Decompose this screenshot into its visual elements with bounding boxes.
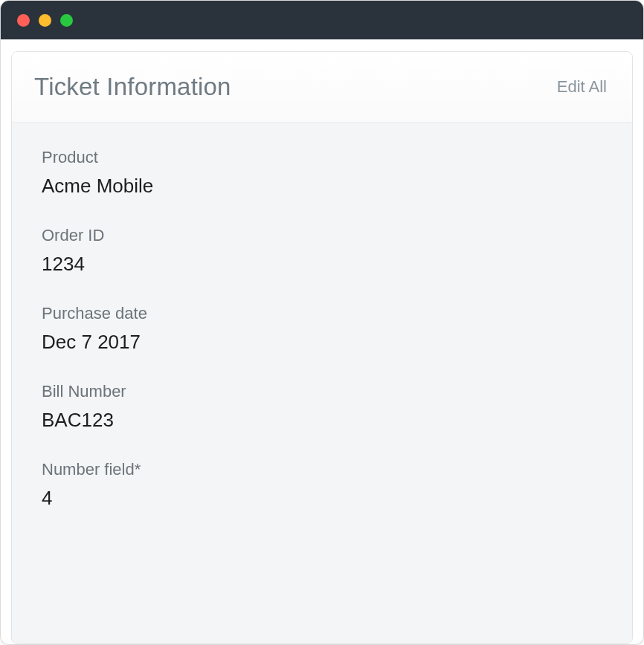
- field-label: Purchase date: [42, 304, 602, 323]
- field-purchase-date: Purchase date Dec 7 2017: [42, 304, 602, 354]
- window-minimize-icon[interactable]: [39, 14, 51, 27]
- field-value: Dec 7 2017: [42, 331, 602, 354]
- field-value: Acme Mobile: [42, 175, 602, 198]
- field-number-field: Number field* 4: [42, 460, 602, 510]
- content-area: Ticket Information Edit All Product Acme…: [1, 39, 643, 644]
- field-label: Bill Number: [42, 382, 602, 401]
- panel-title: Ticket Information: [34, 73, 231, 101]
- field-value: 1234: [42, 253, 602, 276]
- window-titlebar: [1, 1, 643, 39]
- field-label: Number field*: [42, 460, 602, 479]
- panel-header: Ticket Information Edit All: [12, 52, 632, 123]
- edit-all-button[interactable]: Edit All: [557, 77, 607, 97]
- field-order-id: Order ID 1234: [42, 226, 602, 276]
- panel-body: Product Acme Mobile Order ID 1234 Purcha…: [12, 123, 632, 644]
- ticket-info-panel: Ticket Information Edit All Product Acme…: [11, 51, 633, 644]
- field-value: 4: [42, 487, 602, 510]
- field-product: Product Acme Mobile: [42, 148, 602, 198]
- field-label: Product: [42, 148, 602, 167]
- field-label: Order ID: [42, 226, 602, 245]
- field-bill-number: Bill Number BAC123: [42, 382, 602, 432]
- window-close-icon[interactable]: [17, 14, 30, 27]
- window-zoom-icon[interactable]: [60, 14, 73, 27]
- field-value: BAC123: [42, 409, 602, 432]
- app-window: Ticket Information Edit All Product Acme…: [0, 0, 644, 645]
